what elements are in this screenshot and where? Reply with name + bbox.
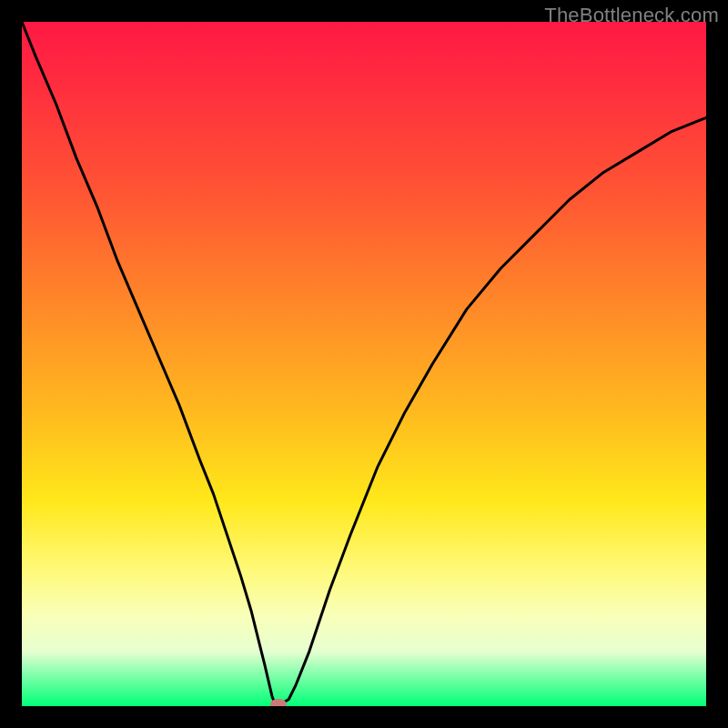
plot-area bbox=[22, 22, 706, 706]
bottleneck-curve bbox=[22, 22, 706, 706]
optimal-point-marker bbox=[270, 699, 287, 706]
watermark-text: TheBottleneck.com bbox=[544, 4, 719, 27]
